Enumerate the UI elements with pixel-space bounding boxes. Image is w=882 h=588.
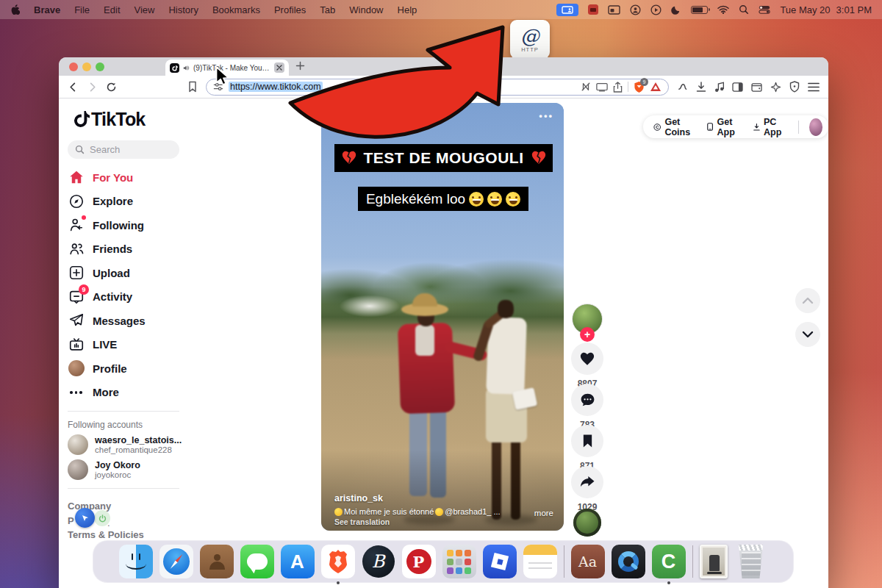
dock-messages[interactable] bbox=[240, 545, 274, 578]
close-window-button[interactable] bbox=[69, 62, 78, 71]
sidebar-item-live[interactable]: LIVE bbox=[68, 333, 185, 357]
footer-program-link[interactable]: P bbox=[68, 515, 74, 526]
next-video-button[interactable] bbox=[795, 322, 820, 347]
extension-bubble-icon[interactable] bbox=[75, 508, 95, 528]
new-tab-button[interactable] bbox=[295, 61, 305, 71]
http-webloc-desktop-icon[interactable]: @ HTTP bbox=[510, 20, 550, 59]
dock-camtasia[interactable]: C bbox=[652, 545, 686, 578]
power-toggle-icon[interactable] bbox=[94, 510, 110, 526]
wifi-icon[interactable] bbox=[717, 5, 729, 14]
menu-file[interactable]: File bbox=[74, 4, 90, 15]
menu-tab[interactable]: Tab bbox=[320, 4, 335, 15]
menu-view[interactable]: View bbox=[135, 4, 155, 15]
url-bar[interactable]: https://www.tiktok.com 9 bbox=[206, 79, 669, 96]
follow-plus-button[interactable]: + bbox=[580, 327, 595, 342]
user-status-icon[interactable] bbox=[630, 4, 641, 15]
menu-clock[interactable]: Tue May 20 3:01 PM bbox=[780, 4, 872, 15]
downloads-icon[interactable] bbox=[696, 82, 706, 93]
dock-roblox[interactable] bbox=[483, 545, 517, 578]
dock-quicktime[interactable] bbox=[612, 545, 645, 578]
site-settings-icon[interactable] bbox=[213, 82, 223, 91]
user-avatar[interactable] bbox=[809, 118, 822, 136]
caption-more-button[interactable]: more bbox=[534, 509, 553, 517]
dock-b-app[interactable]: B bbox=[362, 545, 395, 578]
sidebar-item-profile[interactable]: Profile bbox=[68, 356, 185, 381]
playlist-music-icon[interactable] bbox=[714, 82, 724, 93]
menu-bookmarks[interactable]: Bookmarks bbox=[212, 4, 260, 15]
sidebar-item-upload[interactable]: Upload bbox=[68, 261, 185, 285]
dock-screenshot-file[interactable] bbox=[700, 545, 728, 578]
sidebar-item-activity[interactable]: 9 Activity bbox=[68, 285, 185, 309]
privacy-shield-icon[interactable] bbox=[789, 81, 800, 93]
screen-sharing-icon[interactable] bbox=[556, 4, 578, 16]
tiktok-logo[interactable]: TikTok bbox=[74, 109, 145, 130]
reload-button[interactable] bbox=[106, 82, 117, 93]
menu-history[interactable]: History bbox=[168, 4, 198, 15]
sidebar-item-friends[interactable]: Friends bbox=[68, 237, 185, 262]
dock-app-store[interactable]: A bbox=[281, 545, 315, 578]
like-button[interactable] bbox=[571, 343, 603, 375]
tab-close-button[interactable] bbox=[274, 62, 284, 73]
sidebar-item-more[interactable]: More bbox=[68, 381, 185, 405]
video-author-username[interactable]: aristino_sk bbox=[334, 493, 383, 503]
dock-dictionary[interactable]: Aa bbox=[571, 545, 605, 578]
url-text-selected[interactable]: https://www.tiktok.com bbox=[229, 82, 323, 92]
battery-icon[interactable] bbox=[691, 6, 708, 14]
bookmark-icon[interactable] bbox=[187, 81, 198, 93]
rewards-sparkle-icon[interactable] bbox=[770, 82, 781, 93]
minimize-window-button[interactable] bbox=[82, 62, 91, 71]
forward-button[interactable] bbox=[87, 82, 98, 93]
see-translation-link[interactable]: See translation bbox=[334, 517, 390, 526]
play-status-icon[interactable] bbox=[650, 4, 662, 15]
bookmark-button[interactable] bbox=[571, 425, 603, 457]
dock-brave[interactable] bbox=[321, 545, 355, 578]
dock-safari[interactable] bbox=[159, 545, 193, 578]
menu-window[interactable]: Window bbox=[349, 4, 383, 15]
dock-pinterest[interactable]: P bbox=[402, 545, 436, 578]
window-manager-icon[interactable] bbox=[608, 5, 620, 15]
zoom-window-button[interactable] bbox=[96, 62, 104, 71]
comment-button[interactable] bbox=[571, 384, 603, 416]
dock-trash[interactable] bbox=[734, 545, 768, 578]
sidebar-toggle-icon[interactable] bbox=[732, 82, 743, 92]
record-status-icon[interactable] bbox=[588, 4, 598, 15]
dock-contacts[interactable] bbox=[200, 545, 234, 578]
tab-cast-icon[interactable] bbox=[596, 82, 608, 92]
menu-help[interactable]: Help bbox=[398, 4, 417, 15]
control-center-icon[interactable] bbox=[759, 5, 770, 14]
spotlight-search-icon[interactable] bbox=[739, 4, 749, 15]
tab-audio-icon[interactable] bbox=[183, 65, 190, 71]
get-app-button[interactable]: Get App bbox=[707, 117, 743, 137]
previous-video-button[interactable] bbox=[795, 288, 820, 313]
speedreader-icon[interactable] bbox=[581, 82, 591, 92]
sound-record-avatar[interactable] bbox=[573, 509, 601, 537]
menu-hamburger-icon[interactable] bbox=[808, 82, 820, 92]
caption-mention[interactable]: @brashad1_ ... bbox=[445, 507, 500, 516]
search-input[interactable]: Search bbox=[68, 140, 179, 159]
dock-notes[interactable] bbox=[523, 545, 557, 578]
dock-launchpad[interactable] bbox=[442, 545, 476, 578]
menu-profiles[interactable]: Profiles bbox=[274, 4, 306, 15]
sidebar-item-explore[interactable]: Explore bbox=[68, 190, 185, 214]
menu-brave[interactable]: Brave bbox=[34, 4, 60, 15]
pc-app-button[interactable]: PC App bbox=[753, 117, 788, 137]
back-button[interactable] bbox=[68, 82, 79, 93]
get-coins-button[interactable]: Get Coins bbox=[653, 117, 697, 137]
apple-logo-icon[interactable] bbox=[10, 4, 20, 15]
footer-terms-link[interactable]: Terms & Policies bbox=[68, 529, 144, 540]
account-row[interactable]: Joy Okoro joyokoroc bbox=[68, 459, 140, 480]
dock-finder[interactable] bbox=[119, 545, 153, 578]
share-icon[interactable] bbox=[613, 82, 623, 93]
brave-rewards-icon[interactable] bbox=[650, 82, 662, 92]
active-tab[interactable]: (9)TikTok - Make Your Day bbox=[165, 60, 289, 76]
video-player[interactable]: TEST DE MOUGOULI Egblekékém loo ••• aris… bbox=[321, 103, 564, 531]
sidebar-item-messages[interactable]: Messages bbox=[68, 309, 185, 333]
sidebar-item-for-you[interactable]: For You bbox=[68, 165, 185, 190]
wallet-icon[interactable] bbox=[751, 82, 762, 92]
brave-shields-icon[interactable]: 9 bbox=[634, 81, 645, 93]
account-row[interactable]: waesro_le_statois... chef_romantique228 bbox=[68, 434, 182, 455]
menu-edit[interactable]: Edit bbox=[104, 4, 120, 15]
focus-moon-icon[interactable] bbox=[671, 4, 681, 15]
video-caption[interactable]: Moi même je suis étonné @brashad1_ ... bbox=[334, 507, 518, 516]
share-button[interactable] bbox=[571, 466, 603, 498]
